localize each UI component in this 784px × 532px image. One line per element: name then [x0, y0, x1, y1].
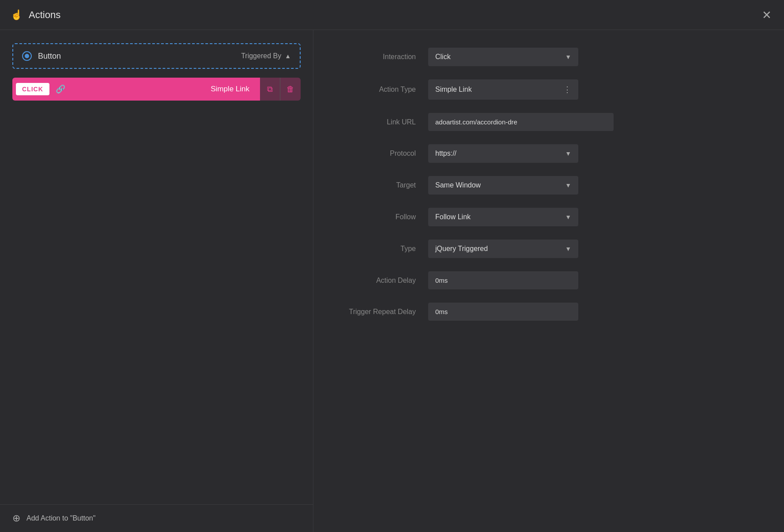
- action-delay-label: Action Delay: [340, 277, 428, 285]
- protocol-control[interactable]: https:// ▼: [428, 144, 578, 163]
- protocol-row: Protocol https:// ▼: [340, 144, 758, 163]
- type-chevron-icon: ▼: [565, 245, 571, 252]
- interaction-row: Interaction Click ▼: [340, 48, 758, 66]
- follow-value: Follow Link: [435, 213, 471, 221]
- follow-chevron-icon: ▼: [565, 214, 571, 221]
- protocol-chevron-icon: ▼: [565, 150, 571, 157]
- hand-icon: ☝: [11, 9, 23, 21]
- action-type-label: Simple Link: [65, 85, 257, 94]
- target-value: Same Window: [435, 181, 481, 189]
- header: ☝ Actions ✕: [0, 0, 784, 30]
- type-control[interactable]: jQuery Triggered ▼: [428, 240, 578, 258]
- action-type-row: Action Type Simple Link ⋮: [340, 79, 758, 100]
- interaction-value: Click: [435, 53, 451, 61]
- add-action-bar[interactable]: ⊕ Add Action to "Button": [0, 504, 313, 532]
- interaction-label: Interaction: [340, 53, 428, 61]
- triggered-by-label: Triggered By: [241, 52, 281, 60]
- type-label: Type: [340, 245, 428, 253]
- type-value: jQuery Triggered: [435, 245, 488, 253]
- trigger-repeat-delay-input[interactable]: [428, 303, 578, 321]
- element-radio[interactable]: [22, 51, 32, 61]
- target-label: Target: [340, 181, 428, 189]
- action-controls: ⧉ 🗑: [259, 78, 301, 101]
- trigger-repeat-delay-label: Trigger Repeat Delay: [340, 308, 428, 316]
- link-icon: 🔗: [56, 84, 65, 94]
- follow-control[interactable]: Follow Link ▼: [428, 208, 578, 226]
- actions-panel: ☝ Actions ✕ Button Triggered By ▲: [0, 0, 784, 532]
- trigger-repeat-delay-row: Trigger Repeat Delay: [340, 303, 758, 321]
- header-left: ☝ Actions: [11, 9, 60, 21]
- action-type-value: Simple Link: [435, 86, 472, 94]
- follow-select[interactable]: Follow Link ▼: [428, 208, 578, 226]
- interaction-chevron-icon: ▼: [565, 53, 571, 60]
- action-type-control[interactable]: Simple Link ⋮: [428, 79, 578, 100]
- protocol-label: Protocol: [340, 150, 428, 157]
- action-delay-input[interactable]: [428, 271, 578, 289]
- target-chevron-icon: ▼: [565, 182, 571, 189]
- link-url-control[interactable]: [428, 113, 614, 131]
- action-type-dots-icon: ⋮: [563, 85, 571, 94]
- target-select[interactable]: Same Window ▼: [428, 176, 578, 195]
- type-row: Type jQuery Triggered ▼: [340, 240, 758, 258]
- chevron-up-icon: ▲: [285, 52, 291, 60]
- page-title: Actions: [29, 9, 60, 21]
- right-panel: Interaction Click ▼ Action Type Simple L…: [313, 30, 784, 532]
- link-url-row: Link URL: [340, 113, 758, 131]
- add-icon: ⊕: [12, 513, 20, 524]
- left-panel: Button Triggered By ▲ CLICK 🔗 Simple Lin…: [0, 30, 313, 532]
- follow-row: Follow Follow Link ▼: [340, 208, 758, 226]
- protocol-value: https://: [435, 150, 456, 157]
- follow-label: Follow: [340, 213, 428, 221]
- click-badge: CLICK: [16, 83, 49, 95]
- content-area: Button Triggered By ▲ CLICK 🔗 Simple Lin…: [0, 30, 784, 532]
- action-row: CLICK 🔗 Simple Link ⧉ 🗑: [12, 78, 301, 101]
- target-row: Target Same Window ▼: [340, 176, 758, 195]
- close-button[interactable]: ✕: [760, 7, 773, 22]
- protocol-select[interactable]: https:// ▼: [428, 144, 578, 163]
- action-type-label: Action Type: [340, 86, 428, 94]
- action-type-select[interactable]: Simple Link ⋮: [428, 79, 578, 100]
- link-url-label: Link URL: [340, 118, 428, 126]
- action-delay-control[interactable]: [428, 271, 578, 289]
- interaction-select[interactable]: Click ▼: [428, 48, 578, 66]
- element-name: Button: [38, 52, 61, 61]
- action-delay-row: Action Delay: [340, 271, 758, 289]
- target-control[interactable]: Same Window ▼: [428, 176, 578, 195]
- interaction-control[interactable]: Click ▼: [428, 48, 578, 66]
- left-content: Button Triggered By ▲ CLICK 🔗 Simple Lin…: [0, 30, 313, 504]
- element-left: Button: [22, 51, 61, 61]
- element-box[interactable]: Button Triggered By ▲: [12, 43, 301, 69]
- trigger-repeat-delay-control[interactable]: [428, 303, 578, 321]
- add-action-label[interactable]: Add Action to "Button": [26, 514, 95, 522]
- link-url-input[interactable]: [428, 113, 614, 131]
- delete-action-button[interactable]: 🗑: [280, 78, 301, 101]
- type-select[interactable]: jQuery Triggered ▼: [428, 240, 578, 258]
- triggered-by[interactable]: Triggered By ▲: [241, 52, 291, 60]
- copy-action-button[interactable]: ⧉: [260, 78, 280, 101]
